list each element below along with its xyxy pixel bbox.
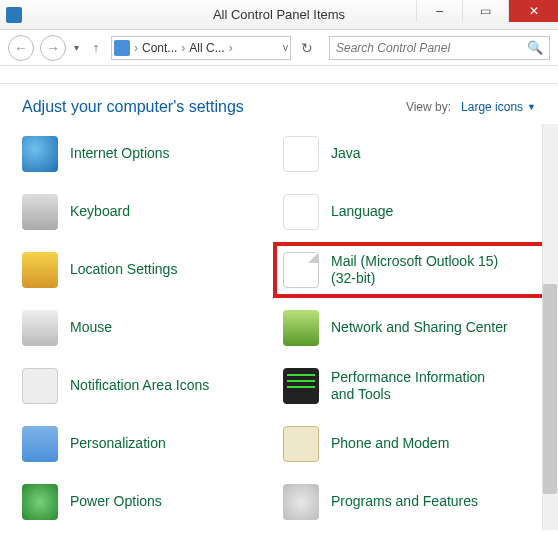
item-internet-options[interactable]: Internet Options [22,134,283,174]
item-location-settings-icon [22,252,58,288]
item-mouse[interactable]: Mouse [22,308,283,348]
search-input[interactable] [336,41,527,55]
item-label: Internet Options [70,145,170,163]
item-java-icon [283,136,319,172]
items-grid: Internet OptionsJavaKeyboardLanguageLoca… [0,124,558,530]
item-label: Performance Information and Tools [331,369,511,404]
search-box[interactable]: 🔍 [329,36,550,60]
window-buttons: – ▭ ✕ [416,0,558,29]
breadcrumb-segment[interactable]: Cont... [142,41,177,55]
viewby-label: View by: [406,100,451,114]
item-personalization[interactable]: Personalization [22,424,283,464]
navbar: ← → ▾ ↑ › Cont... › All C... › v ↻ 🔍 [0,30,558,66]
item-keyboard[interactable]: Keyboard [22,192,283,232]
item-internet-options-icon [22,136,58,172]
back-button[interactable]: ← [8,35,34,61]
control-panel-icon [114,40,130,56]
item-java[interactable]: Java [283,134,544,174]
item-label: Mail (Microsoft Outlook 15) (32-bit) [331,253,501,288]
app-icon [6,7,22,23]
breadcrumb-separator-icon: › [227,41,235,55]
address-bar[interactable]: › Cont... › All C... › v [111,36,291,60]
breadcrumb-separator-icon: › [179,41,187,55]
item-power-options[interactable]: Power Options [22,482,283,522]
toolbar-spacer [0,66,558,84]
item-label: Java [331,145,361,163]
item-label: Language [331,203,393,221]
item-keyboard-icon [22,194,58,230]
item-location-settings[interactable]: Location Settings [22,250,283,290]
item-network-sharing[interactable]: Network and Sharing Center [283,308,544,348]
close-button[interactable]: ✕ [508,0,558,22]
item-language[interactable]: Language [283,192,544,232]
item-mail-outlook[interactable]: Mail (Microsoft Outlook 15) (32-bit) [273,242,554,298]
item-phone-modem-icon [283,426,319,462]
item-power-options-icon [22,484,58,520]
item-network-sharing-icon [283,310,319,346]
search-icon[interactable]: 🔍 [527,40,543,55]
item-personalization-icon [22,426,58,462]
item-notification-area-icons[interactable]: Notification Area Icons [22,366,283,406]
viewby-value: Large icons [461,100,523,114]
forward-button[interactable]: → [40,35,66,61]
titlebar: All Control Panel Items – ▭ ✕ [0,0,558,30]
up-button[interactable]: ↑ [89,41,103,55]
content-area: Internet OptionsJavaKeyboardLanguageLoca… [0,124,558,530]
breadcrumb-segment[interactable]: All C... [189,41,224,55]
item-label: Power Options [70,493,162,511]
header-row: Adjust your computer's settings View by:… [0,84,558,124]
scrollbar-track[interactable] [542,124,558,530]
refresh-button[interactable]: ↻ [297,38,317,58]
item-mail-outlook-icon [283,252,319,288]
minimize-button[interactable]: – [416,0,462,22]
item-performance-info[interactable]: Performance Information and Tools [283,366,544,406]
item-label: Personalization [70,435,166,453]
chevron-down-icon: ▼ [527,102,536,112]
item-phone-modem[interactable]: Phone and Modem [283,424,544,464]
item-label: Network and Sharing Center [331,319,508,337]
viewby-dropdown[interactable]: Large icons ▼ [461,100,536,114]
item-performance-info-icon [283,368,319,404]
history-dropdown-icon[interactable]: ▾ [74,42,79,53]
breadcrumb-separator-icon: › [132,41,140,55]
item-language-icon [283,194,319,230]
item-mouse-icon [22,310,58,346]
item-label: Mouse [70,319,112,337]
address-dropdown-icon[interactable]: v [283,42,288,53]
item-label: Location Settings [70,261,177,279]
maximize-button[interactable]: ▭ [462,0,508,22]
page-title: Adjust your computer's settings [22,98,406,116]
item-label: Keyboard [70,203,130,221]
item-notification-area-icons-icon [22,368,58,404]
item-label: Programs and Features [331,493,478,511]
scrollbar-thumb[interactable] [543,284,557,494]
item-programs-features[interactable]: Programs and Features [283,482,544,522]
item-label: Notification Area Icons [70,377,209,395]
item-programs-features-icon [283,484,319,520]
item-label: Phone and Modem [331,435,449,453]
